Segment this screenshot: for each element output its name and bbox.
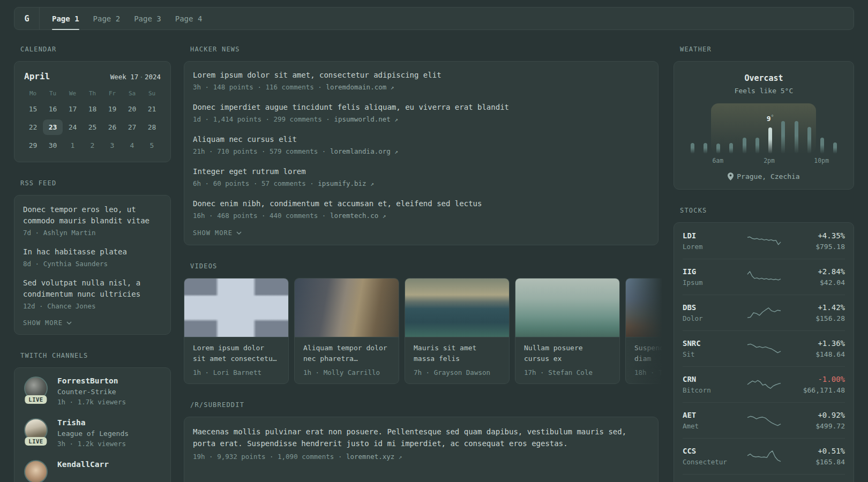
hackernews-show-more-button[interactable]: SHOW MORE	[193, 229, 242, 237]
stock-row[interactable]: AHS+0.46%	[683, 474, 845, 482]
video-card[interactable]: Suspendisse diam18h · Tara	[625, 278, 668, 384]
weather-location[interactable]: Prague, Czechia	[683, 172, 845, 180]
stocks-widget: STOCKS LDILorem+4.35%$795.18IIGIpsum+2.8…	[674, 207, 854, 482]
app-logo[interactable]: G	[14, 7, 40, 29]
nav-tab-page-4[interactable]: Page 4	[168, 7, 209, 29]
calendar-week-info: Week 17·2024	[110, 73, 161, 81]
video-meta: 18h · Tara	[626, 364, 668, 383]
calendar-day[interactable]: 20	[122, 101, 142, 117]
hackernews-widget: HACKER NEWS Lorem ipsum dolor sit amet, …	[184, 46, 659, 245]
dashboard-page: G Page 1Page 2Page 3Page 4 CALENDAR Apri…	[0, 0, 868, 482]
story-domain-link[interactable]: ipsumworld.net ↗	[334, 115, 398, 123]
sparkline-chart	[746, 305, 782, 321]
calendar-day[interactable]: 5	[142, 138, 162, 153]
story-domain-link[interactable]: ipsumify.biz ↗	[318, 179, 373, 187]
stock-change: +0.92%	[782, 411, 845, 419]
calendar-day[interactable]: 18	[83, 101, 102, 117]
video-card[interactable]: Nullam posuere cursus ex17h · Stefan Col…	[515, 278, 620, 384]
chevron-down-icon	[66, 321, 72, 325]
twitch-list: LIVEForrestBurtonCounter-Strike1h · 1.7k…	[23, 376, 162, 482]
calendar-day[interactable]: 25	[83, 119, 102, 135]
weekday-label: Th	[83, 90, 102, 97]
weather-tick-label	[750, 157, 763, 164]
stock-row[interactable]: DBSDolor+1.42%$156.28	[683, 295, 845, 330]
story-domain-link[interactable]: loremtech.co ↗	[330, 212, 386, 220]
calendar-day[interactable]: 29	[23, 138, 43, 153]
hackernews-story[interactable]: Donec enim nibh, condimentum et accumsan…	[193, 199, 649, 221]
nav-bar: G Page 1Page 2Page 3Page 4	[14, 7, 854, 30]
calendar-day[interactable]: 22	[23, 119, 43, 135]
rss-show-more-button[interactable]: SHOW MORE	[23, 319, 72, 327]
twitch-channel[interactable]: LIVETrishaLeague of Legends3h · 1.2k vie…	[23, 418, 162, 448]
stock-row[interactable]: AETAmet+0.92%$499.72	[683, 402, 845, 438]
hackernews-story[interactable]: Lorem ipsum dolor sit amet, consectetur …	[193, 70, 649, 92]
rss-list: Donec tempor eros leo, ut commodo mauris…	[23, 204, 162, 311]
stock-change: -1.00%	[782, 375, 845, 383]
video-thumbnail	[626, 278, 668, 337]
weather-location-label: Prague, Czechia	[737, 172, 799, 180]
stock-row[interactable]: CRNBitcorn-1.00%$66,171.48	[683, 366, 845, 402]
calendar-day-selected[interactable]: 23	[43, 119, 63, 135]
sparkline-chart	[746, 269, 782, 285]
show-more-label: SHOW MORE	[193, 229, 233, 237]
channel-info: TrishaLeague of Legends3h · 1.2k viewers	[57, 418, 129, 448]
post-meta: 19h · 9,932 points · 1,090 comments · lo…	[193, 453, 649, 462]
show-more-label: SHOW MORE	[23, 319, 63, 327]
reddit-post[interactable]: Maecenas mollis pulvinar erat non posuer…	[193, 426, 649, 462]
weather-tick-label	[724, 157, 737, 164]
stocks-card: LDILorem+4.35%$795.18IIGIpsum+2.84%$42.0…	[674, 222, 854, 482]
video-card[interactable]: Lorem ipsum dolor sit amet consectetu…1h…	[184, 278, 289, 384]
calendar-header-row: April Week 17·2024	[23, 70, 162, 81]
video-meta: 7h · Grayson Dawson	[405, 364, 509, 383]
hackernews-widget-title: HACKER NEWS	[190, 46, 659, 53]
calendar-day[interactable]: 17	[63, 101, 83, 117]
stock-name: Dolor	[683, 314, 746, 322]
nav-tab-page-1[interactable]: Page 1	[45, 7, 86, 29]
rss-item[interactable]: In hac habitasse platea8d · Cynthia Saun…	[23, 246, 162, 268]
weather-bar	[807, 127, 811, 154]
stock-row[interactable]: SNRCSit+1.36%$148.64	[683, 330, 845, 366]
weather-bar-column	[777, 121, 790, 154]
rss-item[interactable]: Sed volutpat nulla nisl, a condimentum n…	[23, 277, 162, 311]
twitch-channel[interactable]: KendallCarr	[23, 460, 162, 482]
calendar-card: April Week 17·2024 MoTuWeThFrSaSu 151617…	[14, 61, 171, 162]
rss-item[interactable]: Donec tempor eros leo, ut commodo mauris…	[23, 204, 162, 237]
nav-tab-page-3[interactable]: Page 3	[127, 7, 168, 29]
weather-tick-label	[829, 157, 842, 164]
calendar-day[interactable]: 30	[43, 138, 63, 153]
channel-name: Trisha	[57, 418, 129, 427]
rss-item-meta: 7d · Ashlyn Martin	[23, 229, 162, 237]
calendar-day[interactable]: 27	[122, 119, 142, 135]
stock-row[interactable]: IIGIpsum+2.84%$42.04	[683, 259, 845, 295]
stock-right: +1.42%$156.28	[782, 303, 845, 322]
story-domain-link[interactable]: loremlandia.org ↗	[330, 147, 398, 155]
video-thumbnail	[405, 278, 509, 337]
stock-row[interactable]: CCSConsectetur+0.51%$165.84	[683, 438, 845, 474]
calendar-day[interactable]: 26	[102, 119, 122, 135]
post-title: Maecenas mollis pulvinar erat non posuer…	[193, 426, 649, 449]
sparkline-chart	[746, 412, 782, 428]
video-card[interactable]: Mauris sit amet massa felis7h · Grayson …	[405, 278, 510, 384]
hackernews-story[interactable]: Donec imperdiet augue tincidunt felis al…	[193, 102, 649, 124]
calendar-day[interactable]: 2	[83, 138, 102, 153]
calendar-day[interactable]: 4	[122, 138, 142, 153]
weather-bar-column	[803, 127, 815, 154]
post-domain-link[interactable]: loremnet.xyz	[346, 453, 394, 461]
calendar-day[interactable]: 16	[43, 101, 63, 117]
stock-sparkline	[746, 412, 782, 428]
calendar-day[interactable]: 15	[23, 101, 43, 117]
channel-meta: 3h · 1.2k viewers	[57, 440, 129, 448]
nav-tab-page-2[interactable]: Page 2	[86, 7, 128, 29]
hackernews-story[interactable]: Aliquam nec cursus elit21h · 710 points …	[193, 134, 649, 156]
calendar-day[interactable]: 1	[63, 138, 83, 153]
calendar-day[interactable]: 28	[142, 119, 162, 135]
story-domain-link[interactable]: loremdomain.com ↗	[326, 83, 394, 91]
calendar-day[interactable]: 21	[142, 101, 162, 117]
calendar-day[interactable]: 3	[102, 138, 122, 153]
stock-row[interactable]: LDILorem+4.35%$795.18	[683, 223, 845, 259]
twitch-channel[interactable]: LIVEForrestBurtonCounter-Strike1h · 1.7k…	[23, 376, 162, 406]
video-card[interactable]: Aliquam tempor dolor nec pharetra…1h · M…	[294, 278, 399, 384]
calendar-day[interactable]: 24	[63, 119, 83, 135]
calendar-day[interactable]: 19	[102, 101, 122, 117]
hackernews-story[interactable]: Integer eget rutrum lorem6h · 60 points …	[193, 167, 649, 189]
